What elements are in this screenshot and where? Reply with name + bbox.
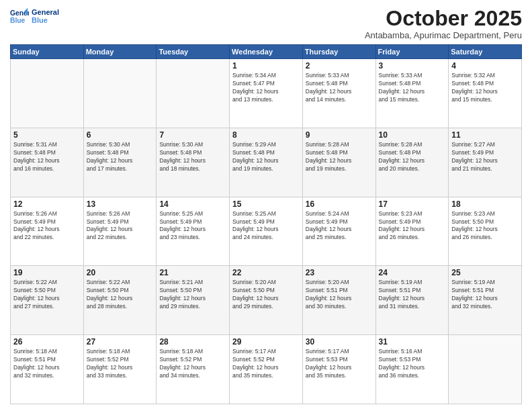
weekday-header: Saturday [449, 45, 522, 59]
header: General Blue General Blue October 2025 A… [10, 7, 522, 40]
calendar-cell: 19Sunrise: 5:22 AM Sunset: 5:50 PM Dayli… [11, 266, 84, 335]
day-number: 6 [87, 130, 154, 140]
calendar-cell [83, 59, 157, 128]
logo: General Blue General Blue [10, 7, 59, 26]
subtitle: Antabamba, Apurimac Department, Peru [365, 30, 522, 40]
day-info: Sunrise: 5:33 AM Sunset: 5:48 PM Dayligh… [306, 72, 373, 104]
day-info: Sunrise: 5:18 AM Sunset: 5:51 PM Dayligh… [13, 348, 81, 380]
day-number: 2 [306, 61, 373, 71]
day-number: 28 [159, 337, 226, 347]
calendar-cell: 28Sunrise: 5:18 AM Sunset: 5:52 PM Dayli… [157, 335, 230, 404]
day-number: 16 [306, 199, 373, 209]
day-number: 30 [306, 337, 373, 347]
day-number: 18 [451, 199, 519, 209]
calendar-cell: 13Sunrise: 5:26 AM Sunset: 5:49 PM Dayli… [83, 197, 157, 266]
calendar-body: 1Sunrise: 5:34 AM Sunset: 5:47 PM Daylig… [11, 59, 522, 404]
logo-line1: General [32, 8, 59, 16]
calendar-week-row: 26Sunrise: 5:18 AM Sunset: 5:51 PM Dayli… [11, 335, 522, 404]
calendar-cell: 4Sunrise: 5:32 AM Sunset: 5:48 PM Daylig… [449, 59, 522, 128]
page: General Blue General Blue October 2025 A… [0, 0, 532, 411]
day-info: Sunrise: 5:17 AM Sunset: 5:53 PM Dayligh… [306, 348, 373, 380]
day-info: Sunrise: 5:31 AM Sunset: 5:48 PM Dayligh… [13, 141, 81, 173]
weekday-header: Wednesday [230, 45, 303, 59]
calendar-cell: 5Sunrise: 5:31 AM Sunset: 5:48 PM Daylig… [11, 128, 84, 197]
day-info: Sunrise: 5:19 AM Sunset: 5:51 PM Dayligh… [379, 279, 446, 311]
calendar-header-row: SundayMondayTuesdayWednesdayThursdayFrid… [11, 45, 522, 59]
day-number: 8 [232, 130, 300, 140]
day-number: 24 [379, 268, 446, 277]
day-number: 4 [451, 61, 519, 71]
calendar-cell: 2Sunrise: 5:33 AM Sunset: 5:48 PM Daylig… [302, 59, 375, 128]
day-info: Sunrise: 5:25 AM Sunset: 5:49 PM Dayligh… [159, 210, 226, 242]
day-info: Sunrise: 5:18 AM Sunset: 5:52 PM Dayligh… [159, 348, 226, 380]
day-number: 5 [13, 130, 81, 140]
calendar-cell: 27Sunrise: 5:18 AM Sunset: 5:52 PM Dayli… [83, 335, 157, 404]
day-info: Sunrise: 5:34 AM Sunset: 5:47 PM Dayligh… [232, 72, 300, 104]
calendar-cell: 14Sunrise: 5:25 AM Sunset: 5:49 PM Dayli… [157, 197, 230, 266]
logo-icon: General Blue [10, 7, 29, 26]
calendar-cell [11, 59, 84, 128]
day-number: 17 [379, 199, 446, 209]
calendar-cell: 10Sunrise: 5:28 AM Sunset: 5:48 PM Dayli… [375, 128, 449, 197]
day-info: Sunrise: 5:30 AM Sunset: 5:48 PM Dayligh… [159, 141, 226, 173]
day-number: 15 [232, 199, 300, 209]
calendar-cell: 16Sunrise: 5:24 AM Sunset: 5:49 PM Dayli… [302, 197, 375, 266]
calendar-table: SundayMondayTuesdayWednesdayThursdayFrid… [10, 44, 522, 404]
day-info: Sunrise: 5:17 AM Sunset: 5:52 PM Dayligh… [232, 348, 300, 380]
calendar-week-row: 12Sunrise: 5:26 AM Sunset: 5:49 PM Dayli… [11, 197, 522, 266]
calendar-cell: 30Sunrise: 5:17 AM Sunset: 5:53 PM Dayli… [302, 335, 375, 404]
calendar-week-row: 5Sunrise: 5:31 AM Sunset: 5:48 PM Daylig… [11, 128, 522, 197]
day-info: Sunrise: 5:22 AM Sunset: 5:50 PM Dayligh… [13, 279, 81, 311]
calendar-cell: 23Sunrise: 5:20 AM Sunset: 5:51 PM Dayli… [302, 266, 375, 335]
weekday-header: Tuesday [157, 45, 230, 59]
calendar-cell: 18Sunrise: 5:23 AM Sunset: 5:50 PM Dayli… [449, 197, 522, 266]
calendar-week-row: 1Sunrise: 5:34 AM Sunset: 5:47 PM Daylig… [11, 59, 522, 128]
calendar-cell: 3Sunrise: 5:33 AM Sunset: 5:48 PM Daylig… [375, 59, 449, 128]
calendar-week-row: 19Sunrise: 5:22 AM Sunset: 5:50 PM Dayli… [11, 266, 522, 335]
day-info: Sunrise: 5:16 AM Sunset: 5:53 PM Dayligh… [379, 348, 446, 380]
calendar-cell: 17Sunrise: 5:23 AM Sunset: 5:49 PM Dayli… [375, 197, 449, 266]
calendar-cell: 7Sunrise: 5:30 AM Sunset: 5:48 PM Daylig… [157, 128, 230, 197]
day-info: Sunrise: 5:33 AM Sunset: 5:48 PM Dayligh… [379, 72, 446, 104]
calendar-cell: 1Sunrise: 5:34 AM Sunset: 5:47 PM Daylig… [230, 59, 303, 128]
day-number: 11 [451, 130, 519, 140]
day-info: Sunrise: 5:23 AM Sunset: 5:50 PM Dayligh… [451, 210, 519, 242]
calendar-cell: 12Sunrise: 5:26 AM Sunset: 5:49 PM Dayli… [11, 197, 84, 266]
day-number: 29 [232, 337, 300, 347]
calendar-cell: 25Sunrise: 5:19 AM Sunset: 5:51 PM Dayli… [449, 266, 522, 335]
day-number: 9 [306, 130, 373, 140]
calendar-cell [449, 335, 522, 404]
calendar-cell: 9Sunrise: 5:28 AM Sunset: 5:48 PM Daylig… [302, 128, 375, 197]
day-number: 22 [232, 268, 300, 277]
weekday-header: Thursday [302, 45, 375, 59]
day-number: 1 [232, 61, 300, 71]
calendar-cell: 11Sunrise: 5:27 AM Sunset: 5:49 PM Dayli… [449, 128, 522, 197]
day-info: Sunrise: 5:25 AM Sunset: 5:49 PM Dayligh… [232, 210, 300, 242]
calendar-cell: 21Sunrise: 5:21 AM Sunset: 5:50 PM Dayli… [157, 266, 230, 335]
calendar-cell [157, 59, 230, 128]
day-info: Sunrise: 5:20 AM Sunset: 5:51 PM Dayligh… [306, 279, 373, 311]
calendar-cell: 24Sunrise: 5:19 AM Sunset: 5:51 PM Dayli… [375, 266, 449, 335]
calendar-cell: 20Sunrise: 5:22 AM Sunset: 5:50 PM Dayli… [83, 266, 157, 335]
day-number: 25 [451, 268, 519, 277]
day-number: 12 [13, 199, 81, 209]
day-number: 7 [159, 130, 226, 140]
day-info: Sunrise: 5:23 AM Sunset: 5:49 PM Dayligh… [379, 210, 446, 242]
day-number: 13 [87, 199, 154, 209]
day-info: Sunrise: 5:30 AM Sunset: 5:48 PM Dayligh… [87, 141, 154, 173]
day-info: Sunrise: 5:24 AM Sunset: 5:49 PM Dayligh… [306, 210, 373, 242]
calendar-cell: 8Sunrise: 5:29 AM Sunset: 5:48 PM Daylig… [230, 128, 303, 197]
day-number: 14 [159, 199, 226, 209]
day-info: Sunrise: 5:19 AM Sunset: 5:51 PM Dayligh… [451, 279, 519, 311]
day-info: Sunrise: 5:26 AM Sunset: 5:49 PM Dayligh… [87, 210, 154, 242]
day-number: 27 [87, 337, 154, 347]
day-info: Sunrise: 5:26 AM Sunset: 5:49 PM Dayligh… [13, 210, 81, 242]
calendar-cell: 26Sunrise: 5:18 AM Sunset: 5:51 PM Dayli… [11, 335, 84, 404]
day-number: 19 [13, 268, 81, 277]
calendar-cell: 22Sunrise: 5:20 AM Sunset: 5:50 PM Dayli… [230, 266, 303, 335]
day-info: Sunrise: 5:21 AM Sunset: 5:50 PM Dayligh… [159, 279, 226, 311]
calendar-cell: 6Sunrise: 5:30 AM Sunset: 5:48 PM Daylig… [83, 128, 157, 197]
calendar-cell: 29Sunrise: 5:17 AM Sunset: 5:52 PM Dayli… [230, 335, 303, 404]
day-info: Sunrise: 5:20 AM Sunset: 5:50 PM Dayligh… [232, 279, 300, 311]
day-number: 26 [13, 337, 81, 347]
